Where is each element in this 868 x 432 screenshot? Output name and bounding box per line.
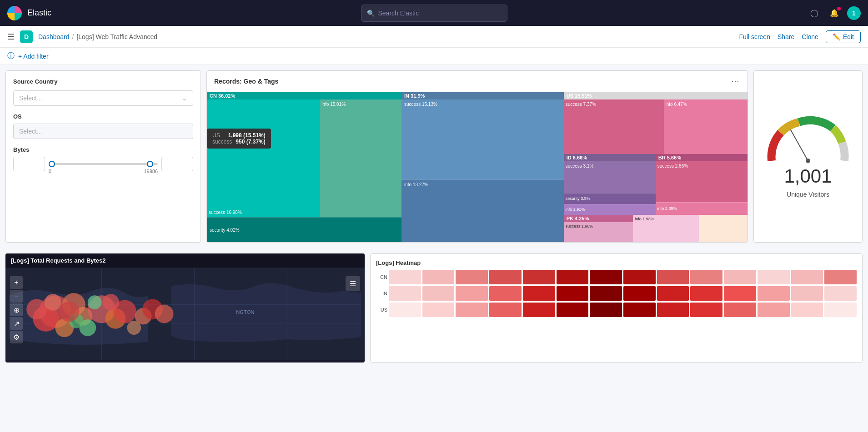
treemap-id-header: ID 6.66%	[564, 154, 656, 161]
heatmap-cell[interactable]	[690, 303, 722, 317]
heatmap-row-label: IN	[376, 291, 387, 296]
panel-menu-icon[interactable]: ⋯	[731, 76, 740, 86]
treemap-in-success: success 15.13%	[401, 99, 564, 179]
bytes-label: Bytes	[13, 146, 193, 153]
add-filter-button[interactable]: + Add filter	[18, 53, 49, 60]
heatmap-cell[interactable]	[657, 286, 689, 301]
treemap-id-success-label: success 3.1%	[566, 163, 594, 169]
treemap-pk-left: PK 4.25% success 1.96%	[564, 215, 633, 242]
treemap-us-success-label: success 7.37%	[566, 101, 596, 107]
heatmap-cell[interactable]	[623, 286, 656, 301]
bytes-max-thumb[interactable]	[147, 161, 153, 167]
treemap-in: IN 31.9% success 15.13% info 13.27%	[401, 92, 564, 242]
treemap-br-info: info 2.35%	[656, 202, 748, 215]
heatmap-cell[interactable]	[523, 270, 555, 284]
heatmap-cell[interactable]	[590, 303, 622, 317]
treemap-br-header: BR 5.66%	[656, 154, 748, 161]
heatmap-cell[interactable]	[422, 286, 455, 301]
heatmap-cell[interactable]	[758, 286, 790, 301]
heatmap-cell[interactable]	[422, 270, 455, 284]
heatmap-cell[interactable]	[557, 286, 589, 301]
clone-link[interactable]: Clone	[802, 33, 818, 40]
heatmap-cell[interactable]	[758, 303, 790, 317]
treemap-us-row: success 7.37% info 6.47%	[564, 99, 748, 154]
treemap-cn: CN 36.02% success 16.98% info 15.01% sec…	[207, 92, 401, 242]
heatmap-cell[interactable]	[758, 270, 790, 284]
heatmap-cell[interactable]	[657, 303, 689, 317]
heatmap-cell[interactable]	[623, 270, 656, 284]
treemap-id-info: info 2.91%	[564, 204, 656, 215]
heatmap-cell[interactable]	[724, 286, 756, 301]
heatmap-cell[interactable]	[791, 286, 823, 301]
heatmap-cell[interactable]	[456, 286, 488, 301]
map-legend-button[interactable]: ☰	[346, 276, 360, 291]
heatmap-cell[interactable]	[690, 286, 722, 301]
heatmap-cell[interactable]	[557, 303, 589, 317]
filter-bar: ⓘ + Add filter	[0, 48, 868, 65]
fullscreen-link[interactable]: Full screen	[739, 33, 770, 40]
heatmap-cell[interactable]	[824, 270, 857, 284]
treemap-in-info-label: info 13.27%	[404, 182, 428, 188]
heatmap-grid: CNINUS	[376, 270, 857, 317]
nav-right: ◯ 🔔 1	[807, 6, 861, 20]
gauge-svg	[763, 115, 853, 170]
notifications-icon[interactable]: 🔔	[827, 6, 842, 20]
heatmap-cell[interactable]	[489, 286, 522, 301]
bytes-max-input[interactable]	[161, 157, 193, 171]
breadcrumb-parent[interactable]: Dashboard	[38, 33, 70, 40]
os-select[interactable]: Select...	[13, 124, 193, 139]
search-bar[interactable]: 🔍 Search Elastic	[361, 5, 507, 22]
map-zoom-out-button[interactable]: −	[10, 290, 23, 303]
map-crosshair-button[interactable]: ⊕	[10, 303, 23, 316]
heatmap-cell[interactable]	[724, 270, 756, 284]
country-select[interactable]: Select... ⌄	[13, 90, 193, 106]
treemap-cn-header: CN 36.02%	[207, 92, 401, 99]
bytes-min-input[interactable]	[13, 157, 45, 171]
svg-point-24	[59, 301, 80, 322]
heatmap-row: CN	[376, 270, 857, 284]
heatmap-cell[interactable]	[456, 270, 488, 284]
heatmap-cell[interactable]	[422, 303, 455, 317]
treemap-us-success: success 7.37%	[564, 99, 664, 154]
heatmap-cell[interactable]	[791, 270, 823, 284]
heatmap-cell[interactable]	[623, 303, 656, 317]
bytes-range-track	[49, 163, 158, 165]
heatmap-cell[interactable]	[590, 286, 622, 301]
treemap-header: Records: Geo & Tags ⋯	[207, 71, 748, 92]
svg-text:NGTON: NGTON	[236, 309, 254, 315]
heatmap-cell[interactable]	[724, 303, 756, 317]
heatmap-cell[interactable]	[389, 270, 421, 284]
heatmap-cell[interactable]	[489, 303, 522, 317]
heatmap-cell[interactable]	[824, 303, 857, 317]
heatmap-cell[interactable]	[824, 286, 857, 301]
heatmap-cell[interactable]	[489, 270, 522, 284]
treemap-br-success-label: success 2.66%	[657, 163, 688, 169]
map-expand-button[interactable]: ↗	[10, 317, 23, 330]
bytes-min-thumb[interactable]	[49, 161, 55, 167]
edit-button[interactable]: ✏️ Edit	[826, 30, 861, 43]
info-icon[interactable]: ⓘ	[7, 51, 15, 61]
heatmap-cell[interactable]	[590, 270, 622, 284]
map-zoom-in-button[interactable]: +	[10, 276, 23, 289]
heatmap-row-label: US	[376, 307, 387, 313]
heatmap-cell[interactable]	[657, 270, 689, 284]
heatmap-cell[interactable]	[389, 286, 421, 301]
heatmap-cell[interactable]	[523, 286, 555, 301]
heatmap-cell[interactable]	[523, 303, 555, 317]
heatmap-cell[interactable]	[557, 270, 589, 284]
bytes-range: 0 19986	[13, 157, 193, 171]
heatmap-cell[interactable]	[456, 303, 488, 317]
help-icon[interactable]: ◯	[807, 6, 822, 20]
heatmap-row: US	[376, 303, 857, 317]
treemap-in-success-label: success 15.13%	[404, 101, 437, 107]
heatmap-cell[interactable]	[690, 270, 722, 284]
map-settings-button[interactable]: ⚙	[10, 331, 23, 343]
heatmap-cell[interactable]	[791, 303, 823, 317]
hamburger-menu-icon[interactable]: ☰	[7, 32, 15, 42]
avatar[interactable]: 1	[847, 6, 861, 20]
heatmap-cell[interactable]	[389, 303, 421, 317]
treemap-right: US 15.51% success 7.37% info 6.47% US	[564, 92, 748, 242]
svg-point-23	[45, 294, 61, 311]
share-link[interactable]: Share	[778, 33, 794, 40]
breadcrumb-bar: ☰ D Dashboard / [Logs] Web Traffic Advan…	[0, 26, 868, 48]
